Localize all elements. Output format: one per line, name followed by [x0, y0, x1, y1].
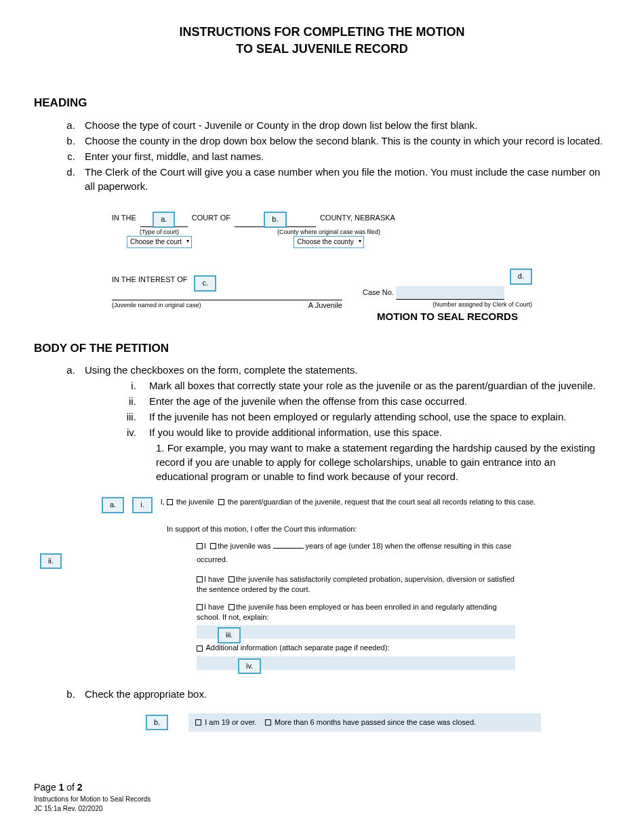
heading-list: Choose the type of court - Juvenile or C…	[34, 118, 610, 193]
checkbox-6months[interactable]	[265, 719, 271, 726]
callout-ii: ii.	[40, 553, 62, 569]
l2a: I	[204, 542, 206, 550]
body-section-title: BODY OF THE PETITION	[34, 340, 610, 357]
callout-c: c.	[194, 275, 216, 291]
body-item-iii: If the juvenile has not been employed or…	[139, 410, 610, 424]
opt-6months: More than 6 months have passed since the…	[275, 718, 476, 726]
case-no-field[interactable]	[396, 286, 504, 300]
callout-body-b: b.	[146, 715, 168, 730]
checkbox-juvhas-prob[interactable]	[228, 576, 235, 582]
num-assigned-sublabel: (Number assigned by Clerk of Court)	[363, 300, 532, 309]
juvenile-named-sublabel: (Juvenile named in original case)	[112, 301, 201, 311]
form-example-body: a. i. I, the juvenile the parent/guardia…	[102, 497, 563, 670]
body-item-a: Using the checkboxes on the form, comple…	[78, 363, 610, 483]
body-item-iv: If you would like to provide additional …	[139, 425, 610, 439]
age-blank[interactable]	[273, 548, 304, 549]
callout-body-i: i.	[132, 497, 153, 513]
body-item-b: Check the appropriate box.	[78, 687, 610, 701]
footer-line3: JC 15:1a Rev. 02/2020	[34, 805, 103, 812]
footer-line2: Instructions for Motion to Seal Records	[34, 795, 150, 803]
checkbox-juv-age[interactable]	[210, 543, 216, 549]
choose-court-dropdown[interactable]: Choose the court	[127, 236, 192, 248]
l4a: I have	[204, 603, 224, 611]
callout-a: a.	[153, 212, 175, 227]
form-example-heading: IN THE a. COURT OF b. COUNTY, NEBRASKA (…	[112, 210, 532, 323]
callout-body-a: a.	[102, 497, 124, 513]
callout-d: d.	[510, 269, 532, 284]
in-the-label: IN THE	[112, 213, 136, 223]
heading-item-a: Choose the type of court - Juvenile or C…	[78, 118, 610, 132]
a-juvenile-label: A Juvenile	[308, 300, 342, 311]
heading-item-c: Enter your first, middle, and last names…	[78, 149, 610, 163]
body-list-2: Check the appropriate box.	[34, 687, 610, 701]
checkbox-juvhas-emp[interactable]	[228, 604, 235, 610]
page-mid: of	[64, 782, 77, 793]
case-no-label: Case No.	[363, 288, 394, 296]
heading-item-b: Choose the county in the drop down box b…	[78, 134, 610, 148]
body-item-ii: Enter the age of the juvenile when the o…	[139, 394, 610, 408]
body-list: Using the checkboxes on the form, comple…	[34, 363, 610, 483]
in-interest-label: IN THE INTEREST OF	[112, 275, 187, 285]
body-example: 1. For example, you may want to make a s…	[85, 441, 610, 483]
county-filed-sublabel: (County where original case was filed)	[247, 228, 410, 237]
page-total: 2	[77, 782, 83, 793]
checkbox-ihave-emp[interactable]	[197, 604, 203, 610]
l3b: the juvenile has	[236, 575, 287, 583]
form-example-checkbox: I am 19 or over. More than 6 months have…	[188, 713, 541, 732]
opt-19over: I am 19 or over.	[205, 718, 256, 726]
document-title: INSTRUCTIONS FOR COMPLETING THE MOTION T…	[34, 24, 610, 58]
line1-pre: I,	[161, 498, 165, 506]
court-of-label: COURT OF	[192, 213, 230, 223]
opt-juvenile: the juvenile	[176, 498, 214, 506]
choose-county-dropdown[interactable]: Choose the county	[294, 236, 363, 248]
motion-title: MOTION TO SEAL RECORDS	[363, 309, 532, 323]
checkbox-guardian[interactable]	[218, 499, 224, 505]
checkbox-ihave-prob[interactable]	[197, 576, 203, 582]
opt-guardian: the parent/guardian of the juvenile	[228, 498, 340, 506]
l2b: the juvenile was	[218, 542, 270, 550]
county-ne-label: COUNTY, NEBRASKA	[320, 213, 395, 223]
checkbox-i-age[interactable]	[197, 543, 203, 549]
callout-iv: iv.	[238, 658, 261, 674]
heading-item-d: The Clerk of the Court will give you a c…	[78, 165, 610, 193]
support-line: In support of this motion, I offer the C…	[167, 524, 563, 534]
checkbox-juvenile[interactable]	[167, 499, 173, 505]
checkbox-additional[interactable]	[197, 646, 203, 652]
checkbox-19over[interactable]	[195, 719, 201, 726]
l3a: I have	[204, 575, 224, 583]
line1-post: , request that the court seal all record…	[340, 498, 536, 506]
additional-info-label: Additional information (attach separate …	[205, 643, 389, 652]
page-pre: Page	[34, 782, 59, 793]
body-item-i: Mark all boxes that correctly state your…	[139, 378, 610, 393]
heading-section-title: HEADING	[34, 95, 610, 111]
type-of-court-sublabel: (Type of court)	[112, 228, 207, 237]
page-footer: Page 1 of 2 Instructions for Motion to S…	[34, 781, 150, 814]
callout-b: b.	[264, 212, 286, 227]
l4b: the juvenile has	[236, 603, 287, 611]
callout-iii: iii.	[218, 627, 241, 643]
